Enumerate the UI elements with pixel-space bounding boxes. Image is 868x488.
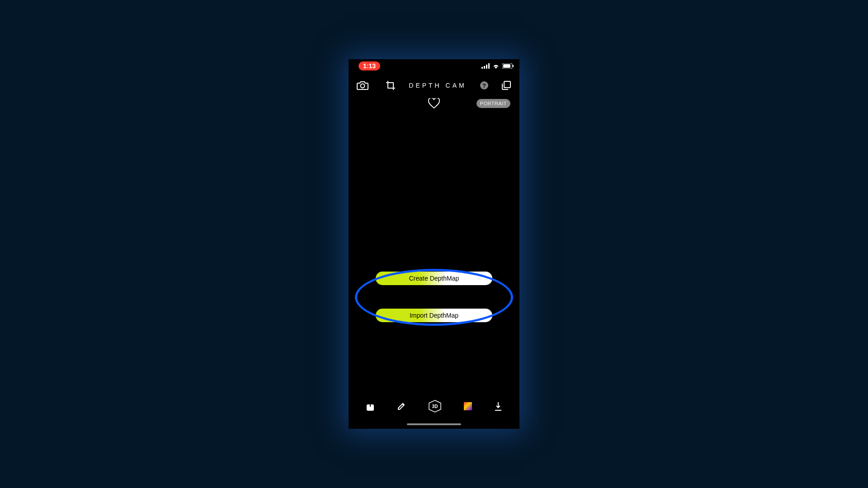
svg-text:3D: 3D xyxy=(432,404,438,409)
help-icon[interactable]: ? xyxy=(480,81,489,90)
secondary-row: PORTRAIT xyxy=(349,98,519,114)
share-up-icon[interactable] xyxy=(366,401,375,411)
crop-icon[interactable] xyxy=(386,80,396,90)
svg-rect-0 xyxy=(481,67,483,69)
favorite-heart-icon[interactable] xyxy=(428,98,440,111)
svg-rect-3 xyxy=(488,63,490,69)
svg-rect-2 xyxy=(486,65,487,69)
battery-icon xyxy=(502,63,514,69)
svg-point-7 xyxy=(361,84,365,88)
top-toolbar: DEPTH CAM ? xyxy=(349,76,519,94)
layers-icon[interactable] xyxy=(501,80,511,90)
svg-rect-5 xyxy=(503,64,510,68)
3d-view-icon[interactable]: 3D xyxy=(428,400,442,413)
phone-screen: 1:13 DEPTH CAM ? xyxy=(349,59,519,429)
camera-icon[interactable] xyxy=(357,80,368,90)
color-gradient-icon[interactable] xyxy=(464,402,472,410)
svg-rect-10 xyxy=(504,81,510,88)
create-depthmap-button[interactable]: Create DepthMap xyxy=(376,272,492,285)
home-indicator[interactable] xyxy=(407,423,461,425)
download-icon[interactable] xyxy=(494,401,502,411)
app-title: DEPTH CAM xyxy=(409,82,466,89)
status-right xyxy=(481,63,514,69)
main-actions: Create DepthMap Import DepthMap xyxy=(349,272,519,322)
portrait-badge: PORTRAIT xyxy=(476,99,510,108)
wifi-icon xyxy=(492,63,500,69)
bottom-tab-bar: 3D xyxy=(349,397,519,415)
recording-time-pill[interactable]: 1:13 xyxy=(359,61,380,70)
svg-rect-6 xyxy=(513,65,514,67)
import-depthmap-button[interactable]: Import DepthMap xyxy=(376,309,492,322)
svg-text:?: ? xyxy=(482,82,486,89)
cellular-signal-icon xyxy=(481,63,490,69)
svg-rect-1 xyxy=(484,66,485,69)
edit-pencil-icon[interactable] xyxy=(397,402,406,411)
status-bar: 1:13 xyxy=(349,59,519,73)
